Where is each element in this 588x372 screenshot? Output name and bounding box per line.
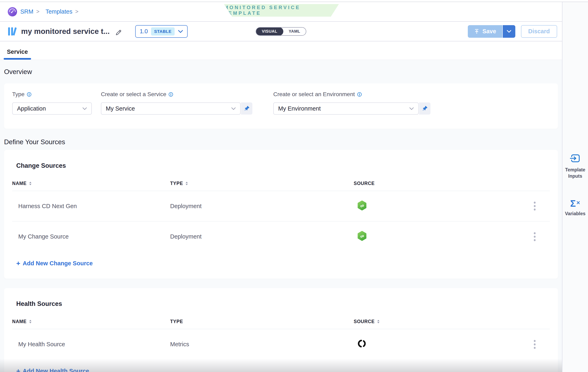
plus-icon: + — [16, 367, 20, 372]
template-inputs-icon — [570, 153, 580, 163]
field-environment: Create or select an Environment My Envir… — [273, 91, 430, 121]
health-source-name: My Health Source — [12, 329, 170, 359]
add-new-health-source-label: Add New Health Source — [23, 368, 89, 372]
tab-service-label: Service — [7, 49, 28, 55]
environment-label: Create or select an Environment — [273, 91, 430, 98]
table-row[interactable]: Harness CD Next Gen Deployment ∞ — [12, 191, 550, 221]
overview-card: Type Application — [4, 83, 558, 129]
column-header-type[interactable]: TYPE — [170, 181, 183, 186]
visual-yaml-toggle: VISUAL YAML — [256, 27, 306, 36]
add-new-health-source-button[interactable]: + Add New Health Source — [12, 367, 550, 372]
edit-title-button[interactable] — [115, 28, 122, 35]
content-area: Overview Type — [0, 60, 562, 372]
right-rail: Template Inputs Σ ✕ Variables — [562, 2, 588, 372]
x-glyph: ✕ — [576, 200, 580, 206]
define-sources-heading: Define Your Sources — [4, 138, 558, 146]
variables-icon: Σ ✕ — [570, 199, 580, 208]
environment-select-value: My Environment — [278, 105, 321, 112]
type-select-value: Application — [17, 105, 46, 112]
column-header-source[interactable]: SOURCE — [354, 319, 375, 324]
change-source-type: Deployment — [170, 191, 354, 221]
template-icon — [7, 27, 17, 36]
info-icon[interactable] — [357, 92, 362, 97]
version-status-badge: STABLE — [151, 27, 174, 36]
breadcrumb-srm[interactable]: SRM — [20, 8, 33, 15]
health-sources-card: Health Sources NAME — [4, 288, 558, 372]
change-sources-title: Change Sources — [12, 162, 550, 169]
plus-icon: + — [16, 260, 20, 267]
chevron-down-icon — [409, 107, 414, 110]
discard-button[interactable]: Discard — [521, 25, 557, 38]
health-sources-title: Health Sources — [12, 300, 550, 308]
environment-label-text: Create or select an Environment — [273, 91, 355, 98]
sort-icon[interactable] — [185, 181, 188, 185]
chevron-down-icon — [83, 107, 87, 110]
toggle-visual[interactable]: VISUAL — [256, 27, 283, 36]
sort-icon[interactable] — [29, 181, 32, 185]
change-source-name: My Change Source — [12, 221, 170, 252]
service-label-text: Create or select a Service — [101, 91, 166, 98]
change-sources-card: Change Sources NAME — [4, 150, 558, 279]
add-new-change-source-label: Add New Change Source — [23, 260, 93, 267]
save-options-button[interactable] — [502, 25, 515, 38]
pin-environment-button[interactable] — [419, 102, 430, 115]
service-select[interactable]: My Service — [101, 102, 241, 115]
pin-icon — [244, 105, 250, 111]
pin-service-button[interactable] — [241, 102, 252, 115]
save-button[interactable]: Save — [468, 25, 502, 38]
version-selector[interactable]: 1.0 STABLE — [135, 25, 188, 38]
tab-bar: Service — [0, 41, 562, 60]
tab-service[interactable]: Service — [4, 49, 31, 60]
version-number: 1.0 — [140, 28, 148, 35]
save-label: Save — [483, 28, 496, 35]
service-label: Create or select a Service — [101, 91, 252, 98]
info-icon[interactable] — [168, 92, 173, 97]
upload-icon — [474, 29, 480, 34]
harness-cd-icon: ∞ — [357, 231, 367, 241]
active-tab-underline — [4, 58, 31, 60]
service-select-value: My Service — [106, 105, 135, 112]
add-new-change-source-button[interactable]: + Add New Change Source — [12, 260, 550, 267]
template-inputs-label: Template Inputs — [562, 167, 588, 179]
breadcrumb-separator: > — [36, 9, 39, 15]
variables-label: Variables — [562, 211, 588, 217]
main-column: MONITORED SERVICE TEMPLATE ✓ SRM > Templ… — [0, 2, 562, 372]
chevron-down-icon — [507, 30, 512, 33]
appdynamics-icon — [357, 339, 366, 348]
sort-icon[interactable] — [377, 320, 380, 323]
top-divider — [0, 0, 588, 2]
info-icon[interactable] — [27, 92, 32, 97]
sigma-glyph: Σ — [570, 199, 576, 208]
row-menu-button[interactable] — [531, 340, 539, 349]
column-header-name[interactable]: NAME — [12, 319, 27, 324]
sort-icon[interactable] — [29, 320, 32, 323]
toggle-yaml[interactable]: YAML — [283, 27, 306, 36]
breadcrumb-templates[interactable]: Templates — [45, 8, 72, 15]
template-inputs-button[interactable]: Template Inputs — [562, 153, 588, 179]
column-header-source: SOURCE — [354, 181, 375, 186]
field-type: Type Application — [12, 91, 92, 121]
chevron-down-icon — [231, 107, 236, 110]
change-sources-table: NAME TYPE — [12, 178, 550, 252]
environment-select[interactable]: My Environment — [273, 102, 419, 115]
type-label: Type — [12, 91, 92, 98]
variables-button[interactable]: Σ ✕ Variables — [562, 199, 588, 217]
table-row[interactable]: My Health Source Metrics — [12, 329, 550, 359]
type-select[interactable]: Application — [12, 102, 92, 115]
page-title: my monitored service t... — [21, 27, 110, 36]
field-service: Create or select a Service My Service — [101, 91, 252, 121]
row-menu-button[interactable] — [531, 202, 539, 211]
save-split-button: Save — [468, 25, 515, 38]
chevron-down-icon — [178, 30, 183, 33]
overview-heading: Overview — [4, 68, 558, 76]
breadcrumb-separator: > — [75, 9, 78, 15]
page-header: my monitored service t... 1.0 STABLE VIS… — [0, 22, 562, 41]
column-header-name[interactable]: NAME — [12, 181, 27, 186]
app-window: MONITORED SERVICE TEMPLATE ✓ SRM > Templ… — [0, 0, 588, 372]
table-row[interactable]: My Change Source Deployment ∞ — [12, 221, 550, 252]
column-header-type: TYPE — [170, 319, 183, 324]
harness-cd-icon: ∞ — [357, 201, 367, 211]
row-menu-button[interactable] — [531, 232, 539, 241]
monitored-service-template-badge: MONITORED SERVICE TEMPLATE — [224, 4, 339, 17]
pin-icon — [422, 105, 428, 111]
